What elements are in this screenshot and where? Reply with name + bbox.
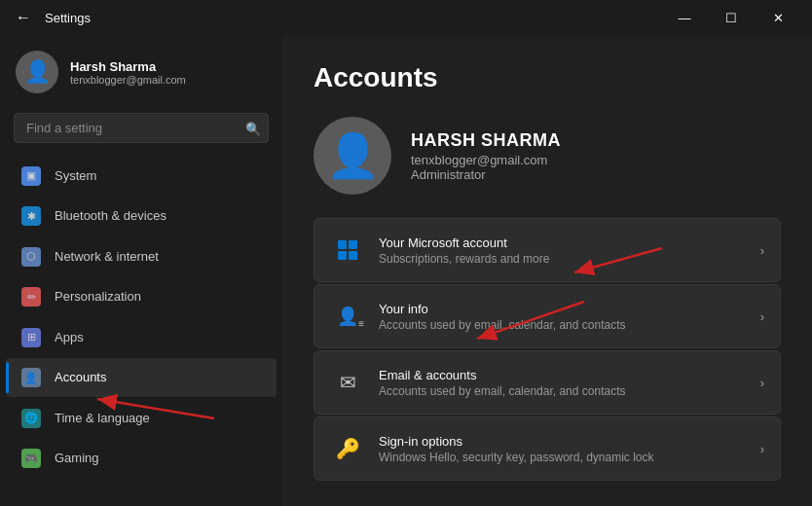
email-accounts-description: Accounts used by email, calendar, and co…	[379, 384, 760, 398]
content-area: Accounts 👤 HARSH SHARMA tenxblogger@gmai…	[282, 35, 812, 506]
your-info-icon: 👤≡	[330, 299, 365, 334]
account-details: HARSH SHARMA tenxblogger@gmail.com Admin…	[411, 130, 561, 182]
sidebar-item-personalization[interactable]: ✏Personalization	[6, 277, 277, 317]
search-box: 🔍	[14, 113, 269, 143]
account-role: Administrator	[411, 167, 561, 182]
search-icon: 🔍	[245, 121, 261, 135]
sidebar-item-label-time: Time & language	[55, 411, 150, 425]
settings-item-microsoft-account[interactable]: Your Microsoft accountSubscriptions, rew…	[314, 218, 781, 282]
sidebar-item-label-network: Network & internet	[55, 249, 159, 264]
app-body: 👤 Harsh Sharma tenxblogger@gmail.com 🔍 ▣…	[0, 35, 812, 506]
settings-list: Your Microsoft accountSubscriptions, rew…	[314, 218, 781, 481]
titlebar: ← Settings — ☐ ✕	[0, 0, 812, 35]
sidebar-item-gaming[interactable]: 🎮Gaming	[6, 439, 277, 479]
sidebar-item-network[interactable]: ⬡Network & internet	[6, 236, 277, 276]
account-name: HARSH SHARMA	[411, 130, 561, 151]
sign-in-chevron-icon: ›	[760, 442, 764, 456]
email-accounts-chevron-icon: ›	[760, 376, 764, 390]
microsoft-account-title: Your Microsoft account	[379, 235, 760, 250]
search-input[interactable]	[14, 113, 269, 143]
microsoft-account-icon	[330, 233, 365, 268]
email-accounts-text: Email & accountsAccounts used by email, …	[379, 368, 760, 398]
sidebar-item-label-system: System	[55, 168, 96, 183]
back-button[interactable]: ←	[12, 5, 35, 30]
email-accounts-title: Email & accounts	[379, 368, 760, 382]
network-nav-icon: ⬡	[21, 246, 41, 267]
user-info: Harsh Sharma tenxblogger@gmail.com	[70, 59, 186, 86]
sidebar-item-label-apps: Apps	[55, 330, 84, 344]
user-name: Harsh Sharma	[70, 59, 186, 74]
user-email: tenxblogger@gmail.com	[70, 74, 186, 86]
microsoft-account-description: Subscriptions, rewards and more	[379, 252, 760, 266]
your-info-chevron-icon: ›	[760, 309, 764, 324]
sidebar-item-label-accounts: Accounts	[55, 370, 106, 384]
your-info-description: Accounts used by email, calendar, and co…	[379, 318, 760, 332]
close-button[interactable]: ✕	[756, 3, 800, 32]
sign-in-description: Windows Hello, security key, password, d…	[379, 451, 760, 464]
minimize-button[interactable]: —	[662, 3, 707, 32]
sidebar-item-bluetooth[interactable]: ✱Bluetooth & devices	[6, 197, 277, 236]
gaming-nav-icon: 🎮	[21, 449, 41, 469]
sidebar-item-label-personalization: Personalization	[55, 289, 141, 304]
accounts-nav-icon: 👤	[21, 368, 41, 388]
sign-in-text: Sign-in optionsWindows Hello, security k…	[379, 434, 760, 464]
sign-in-title: Sign-in options	[379, 434, 760, 449]
personalization-nav-icon: ✏	[21, 287, 41, 307]
sign-in-icon: 🔑	[330, 431, 365, 466]
account-avatar-icon: 👤	[326, 130, 380, 181]
avatar: 👤	[16, 51, 58, 93]
microsoft-account-text: Your Microsoft accountSubscriptions, rew…	[379, 235, 760, 266]
system-nav-icon: ▣	[21, 165, 41, 186]
account-profile: 👤 HARSH SHARMA tenxblogger@gmail.com Adm…	[314, 117, 781, 195]
nav-list: ▣System✱Bluetooth & devices⬡Network & in…	[0, 155, 282, 479]
sidebar: 👤 Harsh Sharma tenxblogger@gmail.com 🔍 ▣…	[0, 35, 282, 506]
page-title: Accounts	[314, 62, 781, 93]
sidebar-item-label-bluetooth: Bluetooth & devices	[55, 208, 166, 223]
your-info-title: Your info	[379, 302, 760, 316]
bluetooth-nav-icon: ✱	[21, 206, 41, 227]
settings-item-sign-in[interactable]: 🔑Sign-in optionsWindows Hello, security …	[314, 416, 781, 481]
sidebar-item-time[interactable]: 🌐Time & language	[6, 398, 277, 438]
account-email: tenxblogger@gmail.com	[411, 153, 561, 167]
account-avatar: 👤	[314, 117, 391, 195]
microsoft-account-chevron-icon: ›	[760, 243, 764, 258]
window-controls: — ☐ ✕	[662, 3, 800, 32]
sidebar-item-apps[interactable]: ⊞Apps	[6, 317, 277, 357]
email-accounts-icon: ✉	[330, 365, 365, 400]
user-profile: 👤 Harsh Sharma tenxblogger@gmail.com	[0, 39, 282, 109]
sidebar-item-system[interactable]: ▣System	[6, 156, 277, 196]
app-title: Settings	[45, 11, 91, 25]
apps-nav-icon: ⊞	[21, 327, 41, 347]
user-avatar-icon: 👤	[24, 59, 51, 85]
sidebar-item-label-gaming: Gaming	[55, 451, 99, 465]
settings-item-your-info[interactable]: 👤≡Your infoAccounts used by email, calen…	[314, 284, 781, 348]
settings-item-email-accounts[interactable]: ✉Email & accountsAccounts used by email,…	[314, 350, 781, 415]
time-nav-icon: 🌐	[21, 408, 41, 428]
maximize-button[interactable]: ☐	[709, 3, 754, 32]
sidebar-item-accounts[interactable]: 👤Accounts	[6, 358, 277, 398]
your-info-text: Your infoAccounts used by email, calenda…	[379, 302, 760, 332]
titlebar-left: ← Settings	[12, 5, 91, 30]
